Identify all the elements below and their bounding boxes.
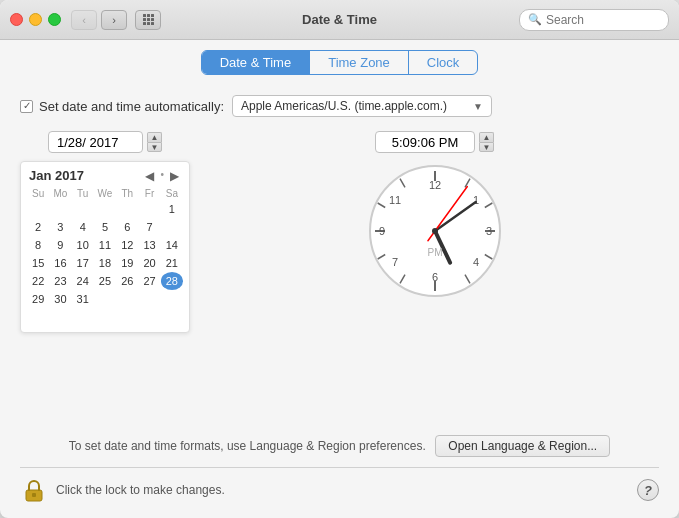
svg-text:4: 4 [472,256,478,268]
lock-button[interactable] [20,476,48,504]
server-dropdown[interactable]: Apple Americas/U.S. (time.apple.com.) ▼ [232,95,492,117]
calendar-day[interactable]: 29 [27,290,49,308]
tab-clock[interactable]: Clock [408,51,478,74]
calendar-day[interactable]: 2 [27,218,49,236]
back-button[interactable]: ‹ [71,10,97,30]
maximize-button[interactable] [48,13,61,26]
traffic-lights [10,13,61,26]
svg-text:12: 12 [428,179,440,191]
minimize-button[interactable] [29,13,42,26]
svg-text:3: 3 [485,225,491,237]
calendar-day[interactable]: 25 [94,272,116,290]
calendar-day[interactable]: 20 [138,254,160,272]
calendar-side: ▲ ▼ Jan 2017 ◀ • ▶ [20,131,190,427]
date-stepper[interactable]: ▲ ▼ [147,132,162,152]
date-input[interactable] [48,131,143,153]
auto-set-checkbox[interactable]: ✓ [20,100,33,113]
calendar-day[interactable]: 8 [27,236,49,254]
svg-text:9: 9 [378,225,384,237]
window: ‹ › Date & Time 🔍 Date & Time Time Zone … [0,0,679,518]
calendar-day[interactable]: 15 [27,254,49,272]
search-icon: 🔍 [528,13,542,26]
calendar-widget: Jan 2017 ◀ • ▶ SuMoTuWeThFrSa 1234567891… [20,161,190,333]
calendar-day[interactable]: 1 [161,200,183,218]
main-panel: ▲ ▼ Jan 2017 ◀ • ▶ [20,131,659,427]
calendar-day[interactable]: 31 [72,290,94,308]
calendar-day[interactable]: 10 [72,236,94,254]
calendar-day-header: Mo [49,187,71,200]
svg-point-24 [432,228,438,234]
calendar-day[interactable]: 18 [94,254,116,272]
calendar-day[interactable]: 17 [72,254,94,272]
tab-time-zone[interactable]: Time Zone [309,51,408,74]
calendar-day [94,290,116,308]
svg-text:7: 7 [391,256,397,268]
tab-date-time[interactable]: Date & Time [202,51,310,74]
calendar-prev-button[interactable]: ◀ [143,169,156,183]
titlebar: ‹ › Date & Time 🔍 [0,0,679,40]
nav-buttons: ‹ › [71,10,127,30]
calendar-day[interactable]: 24 [72,272,94,290]
calendar-day [161,218,183,236]
calendar-next-button[interactable]: ▶ [168,169,181,183]
search-box[interactable]: 🔍 [519,9,669,31]
date-stepper-down[interactable]: ▼ [147,142,162,152]
search-input[interactable] [546,13,660,27]
help-button[interactable]: ? [637,479,659,501]
calendar-day[interactable]: 16 [49,254,71,272]
calendar-day[interactable]: 4 [72,218,94,236]
calendar-dot: • [160,169,164,183]
open-language-region-button[interactable]: Open Language & Region... [435,435,610,457]
calendar-day-header: Fr [138,187,160,200]
calendar-day[interactable]: 22 [27,272,49,290]
calendar-day[interactable]: 28 [161,272,183,290]
calendar-day-header: Tu [72,187,94,200]
auto-set-label: Set date and time automatically: [39,99,224,114]
calendar-day[interactable]: 3 [49,218,71,236]
time-stepper[interactable]: ▲ ▼ [479,132,494,152]
calendar-day [161,290,183,308]
app-grid-button[interactable] [135,10,161,30]
forward-button[interactable]: › [101,10,127,30]
clock-side: ▲ ▼ [210,131,659,427]
calendar-day [49,200,71,218]
lock-text: Click the lock to make changes. [56,483,225,497]
calendar-day[interactable]: 30 [49,290,71,308]
calendar-day[interactable]: 9 [49,236,71,254]
calendar-day [27,200,49,218]
calendar-day[interactable]: 27 [138,272,160,290]
tab-bar: Date & Time Time Zone Clock [0,40,679,83]
calendar-day-header: Su [27,187,49,200]
calendar-day[interactable]: 6 [116,218,138,236]
calendar-day-header: Th [116,187,138,200]
svg-text:6: 6 [431,271,437,283]
calendar-day[interactable]: 14 [161,236,183,254]
calendar-day[interactable]: 7 [138,218,160,236]
svg-text:PM: PM [427,247,442,258]
calendar-day[interactable]: 23 [49,272,71,290]
calendar-day[interactable]: 19 [116,254,138,272]
time-stepper-down[interactable]: ▼ [479,142,494,152]
calendar-day[interactable]: 12 [116,236,138,254]
svg-text:11: 11 [388,194,400,206]
calendar-day [49,308,71,326]
calendar-day[interactable]: 26 [116,272,138,290]
calendar-day [72,200,94,218]
calendar-day [116,290,138,308]
time-stepper-up[interactable]: ▲ [479,132,494,142]
calendar-day[interactable]: 21 [161,254,183,272]
bottom-section: To set date and time formats, use Langua… [20,427,659,508]
close-button[interactable] [10,13,23,26]
calendar-day [138,290,160,308]
calendar-day [138,308,160,326]
calendar-day[interactable]: 11 [94,236,116,254]
date-stepper-up[interactable]: ▲ [147,132,162,142]
calendar-day[interactable]: 13 [138,236,160,254]
lock-left: Click the lock to make changes. [20,476,225,504]
calendar-day[interactable]: 5 [94,218,116,236]
time-input[interactable] [375,131,475,153]
calendar-day [72,308,94,326]
svg-rect-27 [32,493,36,497]
format-note-row: To set date and time formats, use Langua… [20,435,659,457]
calendar-day [27,308,49,326]
